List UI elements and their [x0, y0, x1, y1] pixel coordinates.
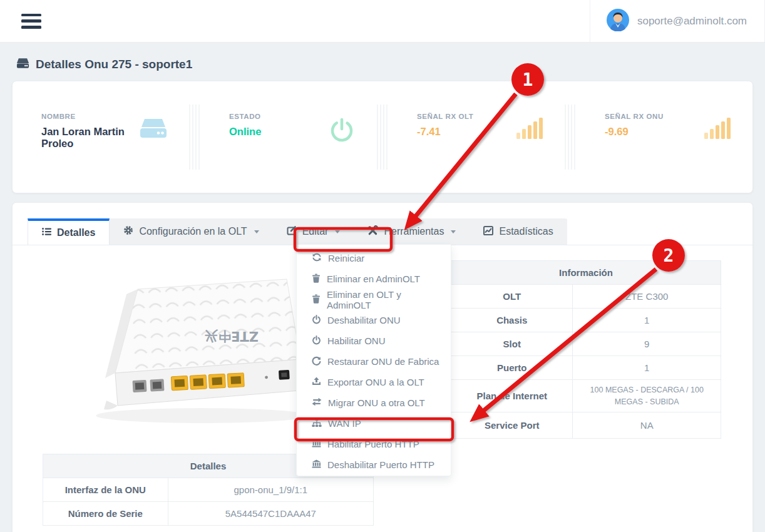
menu-item-label: Migrar ONU a otra OLT	[328, 397, 425, 408]
row-value: NA	[573, 412, 721, 439]
menu-item-reiniciar[interactable]: Reiniciar	[297, 248, 451, 269]
menu-item-wan-ip[interactable]: WAN IP	[297, 413, 451, 434]
stat-nombre: NOMBRE Jan Loran Martin Proleo	[13, 81, 189, 193]
menu-item-label: Habilitar Puerto HTTP	[327, 439, 419, 449]
power-icon	[328, 116, 356, 146]
row-label: Puerto	[451, 356, 573, 380]
user-avatar	[607, 9, 629, 34]
tab-editar[interactable]: Editar	[273, 218, 354, 245]
chart-icon	[483, 226, 493, 238]
menu-item-deshabilitar-onu[interactable]: Deshabilitar ONU	[297, 310, 451, 330]
router-icon	[16, 58, 29, 71]
trash-icon	[312, 294, 321, 305]
row-label: Chasis	[451, 309, 573, 332]
page-title-row: Detalles Onu 275 - soporte1	[0, 43, 765, 80]
row-label: OLT	[451, 285, 573, 309]
trash-icon	[312, 274, 321, 285]
table-row: Chasis 1	[451, 309, 721, 332]
stat-label: SEÑAL RX ONU	[605, 113, 664, 120]
row-label: Plan de Internet	[451, 380, 573, 412]
table-title: Información	[451, 261, 721, 285]
row-label: Slot	[451, 332, 573, 356]
row-value: 1	[573, 309, 721, 332]
table-row: Número de Serie 5A544547C1DAAA47	[43, 502, 374, 526]
bank-icon	[312, 459, 321, 470]
menu-item-label: Eliminar en AdminOLT	[327, 274, 420, 284]
tab-label: Configuración en la OLT	[139, 226, 247, 237]
table-row: Puerto 1	[451, 356, 721, 380]
menu-item-restaurar-fabrica[interactable]: Restaurar ONU de Fabrica	[297, 351, 451, 372]
stat-estado: ESTADO Online	[200, 81, 377, 193]
signal-bars-icon	[516, 116, 543, 143]
gear-icon	[123, 225, 133, 238]
redo-icon	[312, 356, 321, 367]
hamburger-icon[interactable]	[21, 14, 41, 29]
device-brand-text: ZTE中兴	[205, 329, 259, 344]
stat-divider	[189, 105, 200, 170]
list-icon	[42, 227, 51, 238]
exchange-icon	[312, 397, 322, 408]
informacion-table: Información OLT ZTE C300 Chasis 1 Slot 9…	[451, 260, 721, 439]
menu-item-deshabilitar-puerto-http[interactable]: Deshabilitar Puerto HTTP	[297, 454, 451, 475]
onu-device-photo: ZTE中兴	[80, 265, 316, 436]
table-row: Slot 9	[451, 332, 721, 356]
chevron-down-icon	[335, 230, 340, 233]
menu-item-migrar-onu[interactable]: Migrar ONU a otra OLT	[297, 392, 451, 413]
row-value: 9	[573, 332, 721, 356]
table-row: Service Port NA	[451, 412, 721, 439]
tab-configuracion-olt[interactable]: Configuración en la OLT	[110, 218, 272, 245]
tools-icon	[367, 225, 378, 238]
herramientas-dropdown-menu: Reiniciar Eliminar en AdminOLT Elimi	[296, 244, 451, 476]
table-row: OLT ZTE C300	[451, 285, 721, 309]
menu-item-label: Reiniciar	[328, 253, 364, 263]
chevron-down-icon	[451, 230, 456, 233]
tab-label: Editar	[302, 226, 329, 237]
tab-estadisticas[interactable]: Estadísticas	[470, 218, 567, 245]
menu-item-label: WAN IP	[328, 418, 361, 429]
tab-label: Detalles	[57, 227, 95, 238]
row-value: 5A544547C1DAAA47	[168, 502, 373, 526]
stat-label: SEÑAL RX OLT	[417, 113, 473, 120]
power-icon	[312, 315, 321, 326]
stat-label: ESTADO	[229, 113, 261, 120]
menu-item-eliminar-adminolt[interactable]: Eliminar en AdminOLT	[297, 269, 451, 289]
power-icon	[312, 335, 321, 347]
signal-bars-icon	[704, 116, 731, 143]
menu-item-label: Exportar ONU a la OLT	[327, 377, 424, 387]
user-menu[interactable]: soporte@adminolt.com	[590, 0, 765, 42]
top-navbar: soporte@adminolt.com	[0, 0, 765, 43]
tab-herramientas[interactable]: Herramientas	[354, 218, 470, 245]
menu-item-label: Habilitar ONU	[327, 335, 386, 346]
row-value: gpon-onu_1/9/1:1	[168, 478, 373, 502]
row-label: Número de Serie	[43, 502, 168, 526]
row-label: Service Port	[451, 412, 573, 439]
menu-item-label: Deshabilitar ONU	[327, 315, 401, 325]
menu-item-eliminar-olt-adminolt[interactable]: Eliminar en OLT y AdminOLT	[297, 289, 451, 310]
menu-item-label: Restaurar ONU de Fabrica	[327, 356, 439, 367]
upload-icon	[312, 377, 321, 388]
stat-divider	[377, 105, 388, 170]
sync-icon	[312, 252, 322, 264]
sitemap-icon	[312, 418, 322, 429]
menu-item-exportar-onu[interactable]: Exportar ONU a la OLT	[297, 372, 451, 392]
menu-item-habilitar-puerto-http[interactable]: Habilitar Puerto HTTP	[297, 434, 451, 454]
row-value: ZTE C300	[573, 285, 721, 309]
tab-detalles[interactable]: Detalles	[28, 218, 110, 245]
menu-item-habilitar-onu[interactable]: Habilitar ONU	[297, 330, 451, 351]
menu-item-label: Deshabilitar Puerto HTTP	[327, 459, 434, 470]
row-label: Interfaz de la ONU	[43, 478, 168, 502]
row-value: 1	[573, 356, 721, 380]
stat-value-signal: -7.41	[417, 126, 473, 138]
row-value: 100 MEGAS - DESCARGA / 100 MEGAS - SUBID…	[573, 380, 721, 412]
bank-icon	[312, 439, 321, 449]
stat-senal-rx-onu: SEÑAL RX ONU -9.69	[576, 81, 752, 193]
page-title: Detalles Onu 275 - soporte1	[36, 58, 192, 71]
user-email: soporte@adminolt.com	[637, 15, 747, 28]
edit-icon	[287, 225, 297, 238]
tab-label: Estadísticas	[499, 226, 553, 237]
tabs-bar: Detalles Configuración en la OLT	[13, 203, 752, 245]
menu-item-label: Eliminar en OLT y AdminOLT	[327, 289, 444, 310]
table-row: Interfaz de la ONU gpon-onu_1/9/1:1	[43, 478, 374, 502]
chevron-down-icon	[254, 230, 259, 233]
stat-value-signal: -9.69	[605, 126, 664, 138]
